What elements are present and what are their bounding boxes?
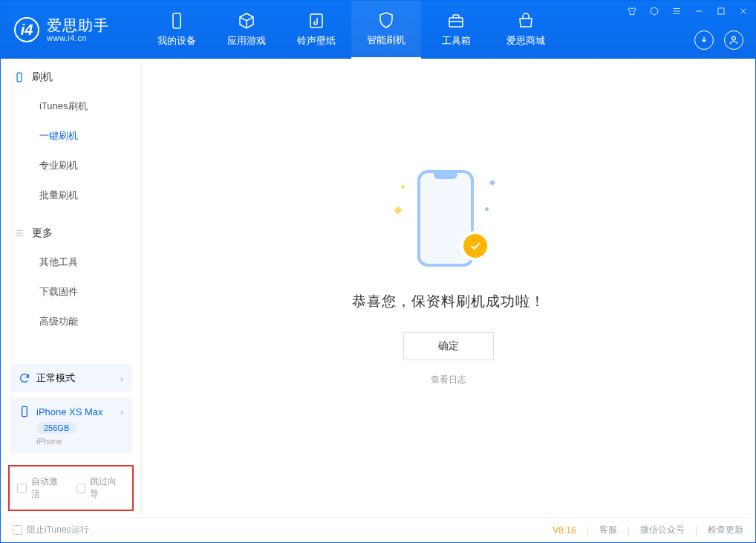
section-title: 刷机 [32, 71, 53, 84]
tab-tools[interactable]: 工具箱 [421, 1, 491, 59]
app-title: 爱思助手 [47, 17, 109, 33]
sidebar-section-flash: 刷机 [1, 59, 141, 88]
cube-icon [238, 12, 255, 30]
check-badge-icon [460, 231, 490, 261]
tab-my-device[interactable]: 我的设备 [142, 1, 212, 59]
music-icon [307, 12, 325, 30]
capacity-badge: 256GB [36, 422, 76, 434]
separator: | [695, 525, 697, 536]
tab-label: 我的设备 [157, 34, 196, 48]
sidebar-item-other-tools[interactable]: 其他工具 [1, 247, 141, 277]
phone-icon [19, 406, 30, 417]
sidebar-item-itunes[interactable]: iTunes刷机 [1, 91, 141, 121]
mode-box[interactable]: 正常模式 › [10, 364, 132, 392]
version-label: V8.16 [553, 525, 576, 536]
tab-label: 铃声壁纸 [297, 34, 336, 48]
sidebar-section-more: 更多 [1, 215, 141, 244]
statusbar: 阻止iTunes运行 V8.16 | 客服 | 微信公众号 | 检查更新 [1, 517, 755, 542]
device-box[interactable]: iPhone XS Max › 256GB iPhone [10, 398, 132, 453]
tab-apps[interactable]: 应用游戏 [212, 1, 281, 59]
list-icon [14, 228, 25, 238]
separator: | [628, 525, 630, 536]
success-message: 恭喜您，保资料刷机成功啦！ [352, 292, 545, 311]
update-link[interactable]: 检查更新 [708, 524, 743, 536]
sidebar: 刷机 iTunes刷机 一键刷机 专业刷机 批量刷机 更多 其他工具 下载固件 … [1, 59, 142, 517]
device-name: iPhone XS Max [36, 406, 103, 417]
tab-label: 工具箱 [442, 34, 471, 48]
svg-rect-1 [310, 14, 322, 27]
main-content: 恭喜您，保资料刷机成功啦！ 确定 查看日志 [142, 59, 755, 517]
sparkle-icon [489, 180, 495, 186]
tab-ringtone[interactable]: 铃声壁纸 [281, 1, 351, 59]
view-log-link[interactable]: 查看日志 [431, 374, 466, 386]
sync-icon [19, 372, 30, 384]
dot-icon [485, 207, 489, 211]
sidebar-item-advanced[interactable]: 高级功能 [1, 307, 141, 336]
checkbox-block-itunes[interactable]: 阻止iTunes运行 [13, 524, 89, 536]
main-tabs: 我的设备 应用游戏 铃声壁纸 智能刷机 工具箱 爱思商城 [142, 1, 561, 59]
svg-rect-2 [449, 18, 463, 27]
tab-label: 智能刷机 [367, 33, 405, 47]
service-link[interactable]: 客服 [599, 524, 617, 536]
shield-icon [377, 11, 395, 29]
svg-point-3 [732, 36, 736, 40]
toolbox-icon [447, 12, 465, 30]
logo-icon: i4 [14, 17, 39, 42]
sparkle-icon [394, 206, 402, 214]
dot-icon [401, 185, 405, 189]
flash-items: iTunes刷机 一键刷机 专业刷机 批量刷机 [1, 88, 141, 215]
download-button[interactable] [694, 30, 714, 50]
sidebar-item-download-fw[interactable]: 下载固件 [1, 277, 141, 307]
maximize-button[interactable] [714, 4, 729, 19]
shirt-icon[interactable] [625, 4, 639, 19]
svg-rect-6 [22, 406, 27, 416]
checkbox-auto-activate[interactable]: 自动激活 [17, 475, 66, 501]
device-type: iPhone [36, 437, 123, 446]
chevron-right-icon: › [120, 406, 123, 417]
checkbox-skip-guide[interactable]: 跳过向导 [76, 475, 126, 501]
phone-notch-graphic [434, 173, 457, 179]
account-button[interactable] [724, 30, 743, 50]
menu-icon[interactable] [669, 4, 684, 19]
svg-rect-4 [718, 8, 724, 14]
wechat-link[interactable]: 微信公众号 [640, 524, 685, 536]
checkbox-label: 跳过向导 [90, 475, 125, 501]
minimize-button[interactable] [691, 4, 706, 19]
sidebar-item-batch[interactable]: 批量刷机 [1, 181, 141, 210]
sidebar-item-onekey[interactable]: 一键刷机 [1, 121, 141, 151]
ok-button[interactable]: 确定 [403, 332, 494, 360]
checkbox-box [13, 525, 22, 535]
separator: | [587, 525, 589, 536]
bottom-options-highlight: 自动激活 跳过向导 [8, 465, 134, 511]
tab-label: 爱思商城 [506, 34, 545, 48]
success-illustration [404, 170, 493, 274]
tab-flash[interactable]: 智能刷机 [351, 1, 421, 59]
header: i4 爱思助手 www.i4.cn 我的设备 应用游戏 铃声壁纸 智能刷机 工具… [1, 1, 755, 59]
checkbox-label: 自动激活 [31, 475, 66, 501]
body: 刷机 iTunes刷机 一键刷机 专业刷机 批量刷机 更多 其他工具 下载固件 … [1, 59, 755, 517]
checkbox-box [17, 484, 27, 493]
app-url: www.i4.cn [47, 33, 109, 42]
close-button[interactable] [736, 4, 751, 19]
tab-store[interactable]: 爱思商城 [491, 1, 561, 59]
header-right-icons [694, 30, 743, 50]
more-items: 其他工具 下载固件 高级功能 [1, 244, 141, 341]
checkbox-box [76, 484, 86, 493]
store-icon [517, 12, 535, 30]
phone-icon [14, 72, 25, 82]
section-title: 更多 [32, 227, 53, 240]
logo-text: 爱思助手 www.i4.cn [47, 17, 109, 42]
tab-label: 应用游戏 [227, 34, 266, 48]
checkbox-label: 阻止iTunes运行 [27, 524, 89, 536]
sidebar-item-pro[interactable]: 专业刷机 [1, 151, 141, 181]
window-controls [625, 4, 751, 19]
svg-rect-0 [173, 13, 180, 28]
device-icon [168, 12, 186, 30]
svg-rect-5 [17, 73, 22, 82]
chevron-right-icon: › [120, 373, 123, 384]
mode-label: 正常模式 [36, 371, 75, 385]
hexagon-icon[interactable] [647, 4, 662, 19]
device-panel: 正常模式 › iPhone XS Max › 256GB iPhone [1, 358, 141, 459]
logo-area: i4 爱思助手 www.i4.cn [1, 1, 142, 59]
